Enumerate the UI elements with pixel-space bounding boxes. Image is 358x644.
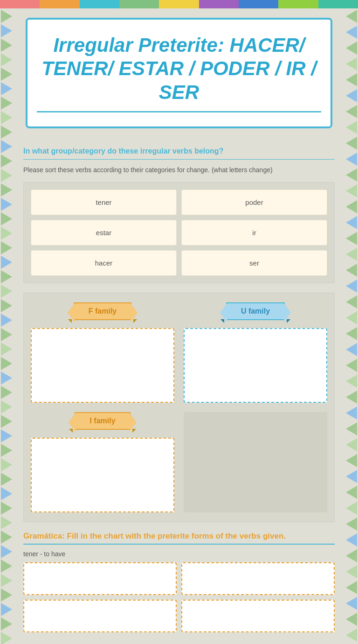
strip-9 xyxy=(318,0,358,8)
strip-8 xyxy=(278,0,318,8)
u-family-label: U family xyxy=(226,302,285,320)
section1-question: In what group/category do these irregula… xyxy=(23,147,335,155)
strip-5 xyxy=(159,0,199,8)
f-family-banner-body: F family xyxy=(74,302,131,320)
f-family-fold-left xyxy=(68,319,72,323)
top-border-strips xyxy=(0,0,358,8)
families-area: F family U family xyxy=(23,293,335,522)
u-family-banner-body: U family xyxy=(226,302,285,320)
gramatica-section: Gramática: Fill in the chart with the pr… xyxy=(23,532,335,632)
section1-divider xyxy=(23,159,335,160)
chart-cell-4[interactable] xyxy=(181,600,335,632)
f-family-banner: F family xyxy=(31,302,174,323)
i-family-fold-left xyxy=(69,429,73,433)
strip-7 xyxy=(239,0,278,8)
header-underline xyxy=(37,111,321,112)
gramatica-divider xyxy=(23,544,335,545)
strip-6 xyxy=(199,0,239,8)
verb-grid: tener poder estar ir hacer ser xyxy=(23,182,335,283)
i-family-banner-body: I family xyxy=(75,412,130,430)
i-family-label: I family xyxy=(75,412,130,430)
chart-cell-2[interactable] xyxy=(181,562,335,595)
i-family-drop-zone[interactable] xyxy=(31,438,174,512)
i-family-banner: I family xyxy=(31,412,174,433)
u-family-column: U family xyxy=(184,302,327,403)
u-family-fold-right xyxy=(287,319,290,323)
f-family-fold-right xyxy=(133,319,137,323)
empty-right-panel xyxy=(184,412,327,512)
strip-3 xyxy=(80,0,119,8)
verb-cell-poder[interactable]: poder xyxy=(181,189,327,215)
left-side-decor xyxy=(0,8,20,644)
page-wrapper: Irregular Preterite: HACER/ TENER/ ESTAR… xyxy=(0,0,358,644)
strip-1 xyxy=(0,0,40,8)
verb-label-tener: tener - to have xyxy=(23,550,335,558)
f-family-column: F family xyxy=(31,302,174,403)
chart-cell-1[interactable] xyxy=(23,562,177,595)
main-content: In what group/category do these irregula… xyxy=(23,138,335,644)
verb-cell-tener[interactable]: tener xyxy=(31,189,177,215)
f-family-label: F family xyxy=(74,302,131,320)
i-family-fold-right xyxy=(132,429,136,433)
verb-cell-estar[interactable]: estar xyxy=(31,220,177,245)
u-family-drop-zone[interactable] xyxy=(184,328,327,403)
verb-cell-hacer[interactable]: hacer xyxy=(31,250,177,276)
section1-instruction: Please sort these verbs according to the… xyxy=(23,165,335,175)
strip-2 xyxy=(40,0,79,8)
verb-cell-ser[interactable]: ser xyxy=(181,250,327,276)
i-family-column: I family xyxy=(31,412,174,512)
right-side-decor xyxy=(338,8,358,644)
chart-cell-3[interactable] xyxy=(23,600,177,632)
page-title: Irregular Preterite: HACER/ TENER/ ESTAR… xyxy=(37,34,321,104)
families-bottom-row: I family xyxy=(31,412,327,512)
verb-cell-ir[interactable]: ir xyxy=(181,220,327,245)
chart-grid xyxy=(23,562,335,632)
strip-4 xyxy=(119,0,159,8)
u-family-fold-left xyxy=(220,319,224,323)
u-family-banner: U family xyxy=(184,302,327,323)
families-top-row: F family U family xyxy=(31,302,327,403)
header-card: Irregular Preterite: HACER/ TENER/ ESTAR… xyxy=(26,18,332,128)
f-family-drop-zone[interactable] xyxy=(31,328,174,403)
gramatica-title: Gramática: Fill in the chart with the pr… xyxy=(23,532,335,541)
